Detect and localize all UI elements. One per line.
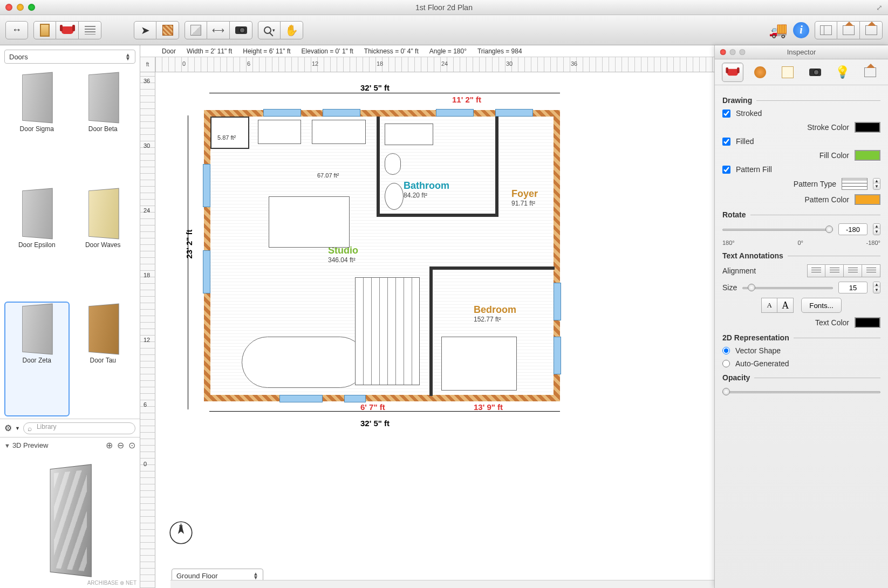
interior-wall[interactable] <box>429 266 555 270</box>
gear-icon[interactable]: ⚙ <box>4 423 12 433</box>
pattern-stepper[interactable]: ▲▼ <box>873 178 880 190</box>
furniture-bed[interactable] <box>441 337 517 391</box>
library-item-door-tau[interactable]: Door Tau <box>71 302 136 416</box>
zoom-fit-icon[interactable]: ⊙ <box>128 440 135 450</box>
furniture-tub[interactable] <box>385 183 404 210</box>
rotate-slider[interactable] <box>722 224 833 235</box>
info-height: Height = 6' 11" ft <box>243 47 290 55</box>
door-thumb-icon <box>22 304 53 355</box>
align-center-button[interactable] <box>825 264 844 277</box>
rotate-stepper[interactable]: ▲▼ <box>873 223 880 235</box>
dimension-tool-button[interactable]: ⟷ <box>207 21 230 39</box>
window[interactable] <box>554 283 561 320</box>
fonts-button[interactable]: Fonts... <box>801 298 841 313</box>
preview-3d-pane[interactable]: ARCHIBASE ⊕ NET <box>0 453 140 588</box>
library-search-input[interactable]: Library <box>23 422 135 434</box>
fill-color-swatch[interactable] <box>855 150 880 161</box>
export-button[interactable]: 🚚 <box>769 21 788 39</box>
section-drawing: Drawing <box>722 96 880 105</box>
interior-wall[interactable] <box>377 117 380 216</box>
font-small-button[interactable]: A <box>761 298 777 313</box>
disclosure-triangle-icon[interactable]: ▼ <box>4 442 10 449</box>
rep-vector-radio[interactable] <box>722 347 730 354</box>
gear-menu-chevron-icon[interactable]: ▼ <box>15 426 20 431</box>
rep-auto-radio[interactable] <box>722 360 730 367</box>
category-dropdown[interactable]: Doors ▲▼ <box>4 50 135 64</box>
select-tool-button[interactable]: ➤ <box>134 21 156 39</box>
window[interactable] <box>554 337 561 374</box>
inspector-tab-object[interactable] <box>722 63 743 82</box>
section-opacity: Opacity <box>722 373 880 382</box>
interior-wall[interactable] <box>377 214 498 217</box>
stroked-checkbox[interactable] <box>722 110 730 118</box>
zoom-in-icon[interactable]: ⊕ <box>106 440 113 450</box>
window[interactable] <box>495 109 533 117</box>
library-item-door-beta[interactable]: Door Beta <box>71 70 136 185</box>
library-item-door-waves[interactable]: Door Waves <box>71 186 136 301</box>
window[interactable] <box>344 395 366 402</box>
room-tool-button[interactable] <box>185 21 207 39</box>
furniture-sink[interactable] <box>312 120 366 144</box>
text-color-swatch[interactable] <box>855 317 880 328</box>
align-left-button[interactable] <box>807 264 825 277</box>
window[interactable] <box>263 109 301 117</box>
camera-tool-button[interactable] <box>230 21 252 39</box>
size-stepper[interactable]: ▲▼ <box>873 282 880 293</box>
furniture-vanity[interactable] <box>385 124 433 145</box>
list-icon <box>85 26 95 35</box>
align-right-button[interactable] <box>844 264 862 277</box>
zoom-out-icon[interactable]: ⊖ <box>117 440 124 450</box>
pan-tool-button[interactable]: ✋ <box>281 21 303 39</box>
opacity-slider[interactable] <box>722 386 880 397</box>
font-large-button[interactable]: A <box>777 298 794 313</box>
view-3d-button[interactable] <box>860 21 883 39</box>
rotate-value-input[interactable] <box>838 223 867 235</box>
size-value-input[interactable] <box>838 282 867 293</box>
interior-wall[interactable] <box>429 266 433 396</box>
inspector-tab-materials[interactable] <box>749 63 771 82</box>
furniture-dining-table[interactable] <box>269 196 350 248</box>
align-justify-button[interactable] <box>862 264 880 277</box>
inspector-tab-2d[interactable] <box>777 63 798 82</box>
text-color-label: Text Color <box>815 318 849 327</box>
dimension-bot-left: 6' 7" ft <box>360 402 385 412</box>
window[interactable] <box>323 109 360 117</box>
door-thumb-icon <box>88 304 119 355</box>
wall-tool-button[interactable] <box>156 21 179 39</box>
fullscreen-icon[interactable]: ⤢ <box>876 3 883 12</box>
library-doors-button[interactable] <box>33 21 56 39</box>
size-label: Size <box>722 283 737 292</box>
view-2d-button[interactable] <box>815 21 837 39</box>
library-item-door-epsilon[interactable]: Door Epsilon <box>4 186 70 301</box>
library-furniture-button[interactable] <box>56 21 79 39</box>
furniture-sofa[interactable] <box>242 337 366 388</box>
window[interactable] <box>436 109 474 117</box>
window[interactable] <box>203 250 210 293</box>
library-item-door-zeta[interactable]: Door Zeta <box>4 302 70 416</box>
library-list-button[interactable] <box>79 21 101 39</box>
stairs[interactable] <box>355 277 420 385</box>
window[interactable] <box>279 395 323 402</box>
inspector-tab-building[interactable] <box>859 63 881 82</box>
inspector-tab-cameras[interactable] <box>804 63 826 82</box>
pattern-color-swatch[interactable] <box>855 194 880 205</box>
filled-checkbox[interactable] <box>722 138 730 146</box>
toggle-sidebar-button[interactable]: ↔ <box>5 21 28 39</box>
furniture-toilet[interactable] <box>385 153 401 175</box>
pattern-type-picker[interactable] <box>842 178 867 190</box>
closet[interactable] <box>210 117 249 149</box>
inspector-tab-lights[interactable]: 💡 <box>832 63 853 82</box>
library-item-door-sigma[interactable]: Door Sigma <box>4 70 70 185</box>
zoom-tool-button[interactable]: ▾ <box>258 21 281 39</box>
info-button[interactable]: i <box>793 22 809 38</box>
preview-title: 3D Preview <box>12 441 48 449</box>
stroke-color-swatch[interactable] <box>855 122 880 133</box>
window[interactable] <box>203 164 210 207</box>
pattern-fill-checkbox[interactable] <box>722 166 730 174</box>
interior-wall[interactable] <box>495 117 498 217</box>
size-slider[interactable] <box>742 282 833 293</box>
floor-level-label: Ground Floor <box>176 572 218 580</box>
furniture-counter[interactable] <box>258 120 301 144</box>
wall-icon <box>162 25 173 36</box>
view-2d3d-button[interactable] <box>837 21 860 39</box>
